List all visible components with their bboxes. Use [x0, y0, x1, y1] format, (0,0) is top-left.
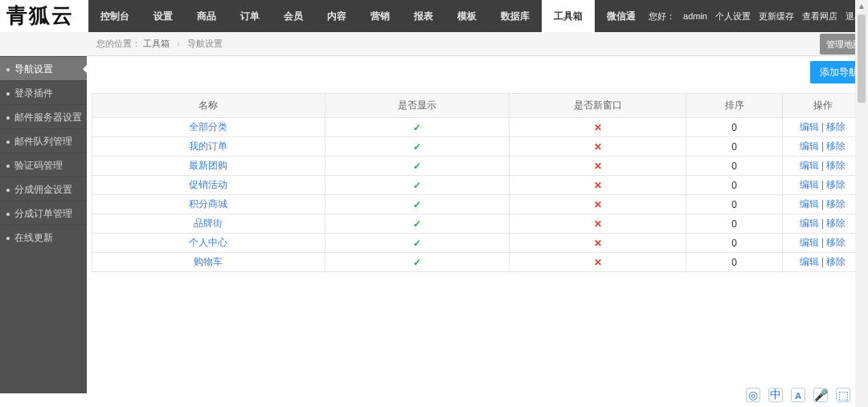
greeting: 您好：	[649, 10, 675, 22]
nav-item-11[interactable]: 微信通	[595, 0, 648, 32]
op-separator: |	[819, 140, 827, 152]
table-row: 最新团购✓✕0编辑 | 移除	[92, 157, 863, 176]
breadcrumb-2: 导航设置	[187, 39, 223, 48]
sidebar-item-4[interactable]: 验证码管理	[0, 153, 87, 177]
col-header-3: 排序	[686, 94, 783, 118]
ime-status-tray: ◎ 中 ᴀ 🎤 ⬚	[746, 388, 850, 402]
remove-button[interactable]: 移除	[826, 121, 845, 132]
scroll-thumb[interactable]	[858, 14, 866, 103]
sidebar-item-5[interactable]: 分成佣金设置	[0, 177, 87, 201]
table-row: 我的订单✓✕0编辑 | 移除	[92, 137, 863, 157]
sidebar-item-7[interactable]: 在线更新	[0, 225, 87, 249]
sidebar-item-1[interactable]: 登录插件	[0, 80, 87, 104]
table-row: 全部分类✓✕0编辑 | 移除	[92, 118, 863, 137]
nav-item-2[interactable]: 商品	[185, 0, 228, 32]
op-separator: |	[819, 121, 827, 132]
edit-button[interactable]: 编辑	[800, 198, 819, 210]
table-row: 促销活动✓✕0编辑 | 移除	[92, 176, 863, 195]
nav-item-4[interactable]: 会员	[272, 0, 315, 32]
user-name[interactable]: admin	[683, 11, 707, 21]
ime-icon-1[interactable]: 中	[768, 388, 783, 402]
row-name[interactable]: 我的订单	[189, 140, 227, 152]
nav-item-0[interactable]: 控制台	[88, 0, 141, 32]
sidebar-item-3[interactable]: 邮件队列管理	[0, 128, 87, 153]
breadcrumb: 您的位置： 工具箱 › 导航设置 管理地图	[0, 32, 868, 56]
sidebar-item-2[interactable]: 邮件服务器设置	[0, 104, 87, 128]
sort-value: 0	[686, 118, 783, 137]
mic-icon[interactable]: 🎤	[813, 388, 828, 402]
row-name[interactable]: 购物车	[194, 256, 223, 267]
remove-button[interactable]: 移除	[826, 256, 845, 267]
nav-item-1[interactable]: 设置	[141, 0, 185, 32]
row-name[interactable]: 全部分类	[189, 121, 227, 132]
sidebar-item-6[interactable]: 分成订单管理	[0, 201, 87, 225]
grid-icon[interactable]: ⬚	[836, 388, 850, 402]
cross-icon: ✕	[594, 180, 602, 191]
op-separator: |	[819, 179, 827, 190]
check-icon: ✓	[413, 199, 421, 210]
main-content: 添加导航 名称是否显示是否新窗口排序操作 全部分类✓✕0编辑 | 移除我的订单✓…	[87, 56, 868, 393]
nav-item-8[interactable]: 模板	[445, 0, 489, 32]
scrollbar[interactable]: ▲	[855, 0, 868, 407]
edit-button[interactable]: 编辑	[800, 140, 819, 152]
edit-button[interactable]: 编辑	[800, 160, 819, 171]
ime-icon-2[interactable]: ᴀ	[791, 388, 805, 402]
row-name[interactable]: 积分商城	[189, 198, 227, 210]
sort-value: 0	[686, 137, 783, 157]
cross-icon: ✕	[594, 257, 602, 268]
edit-button[interactable]: 编辑	[800, 218, 819, 229]
scroll-up-icon[interactable]: ▲	[855, 0, 868, 13]
edit-button[interactable]: 编辑	[800, 121, 819, 132]
sort-value: 0	[686, 234, 783, 253]
check-icon: ✓	[413, 257, 421, 268]
check-icon: ✓	[413, 141, 421, 153]
breadcrumb-1[interactable]: 工具箱	[143, 39, 170, 48]
nav-item-10[interactable]: 工具箱	[542, 0, 595, 32]
topright-link-0[interactable]: 个人设置	[715, 10, 751, 22]
topright-link-1[interactable]: 更新缓存	[759, 10, 794, 22]
remove-button[interactable]: 移除	[826, 140, 845, 152]
edit-button[interactable]: 编辑	[800, 237, 819, 248]
col-header-1: 是否显示	[325, 94, 510, 118]
ime-icon-0[interactable]: ◎	[746, 388, 760, 402]
col-header-4: 操作	[783, 94, 863, 118]
sort-value: 0	[686, 253, 783, 272]
cross-icon: ✕	[594, 161, 602, 172]
topright: 您好： admin 个人设置 更新缓存 查看网店 退出	[649, 0, 868, 32]
op-separator: |	[819, 160, 827, 171]
op-separator: |	[819, 256, 827, 267]
check-icon: ✓	[413, 122, 421, 133]
nav-item-9[interactable]: 数据库	[489, 0, 542, 32]
cross-icon: ✕	[594, 218, 602, 230]
cross-icon: ✕	[594, 141, 602, 153]
check-icon: ✓	[413, 161, 421, 172]
row-name[interactable]: 个人中心	[189, 237, 227, 248]
sidebar-item-0[interactable]: 导航设置	[0, 56, 87, 80]
table-head-row: 名称是否显示是否新窗口排序操作	[92, 94, 863, 118]
remove-button[interactable]: 移除	[826, 198, 845, 210]
edit-button[interactable]: 编辑	[800, 179, 819, 190]
col-header-0: 名称	[92, 94, 326, 118]
table-row: 个人中心✓✕0编辑 | 移除	[92, 234, 863, 253]
remove-button[interactable]: 移除	[826, 218, 845, 229]
remove-button[interactable]: 移除	[826, 160, 845, 171]
row-name[interactable]: 最新团购	[189, 160, 227, 171]
remove-button[interactable]: 移除	[826, 179, 845, 190]
row-name[interactable]: 品牌街	[194, 218, 223, 229]
nav-item-5[interactable]: 内容	[315, 0, 358, 32]
cross-icon: ✕	[594, 199, 602, 210]
nav-item-3[interactable]: 订单	[228, 0, 272, 32]
remove-button[interactable]: 移除	[826, 237, 845, 248]
cross-icon: ✕	[594, 122, 602, 133]
topright-link-2[interactable]: 查看网店	[802, 10, 837, 22]
nav-item-7[interactable]: 报表	[402, 0, 445, 32]
brand-logo: 青狐云	[0, 0, 88, 32]
chevron-right-icon: ›	[177, 39, 180, 48]
row-name[interactable]: 促销活动	[189, 179, 227, 190]
check-icon: ✓	[413, 218, 421, 230]
check-icon: ✓	[413, 238, 421, 249]
sort-value: 0	[686, 157, 783, 176]
edit-button[interactable]: 编辑	[800, 256, 819, 267]
breadcrumb-prefix: 您的位置：	[96, 39, 141, 48]
nav-item-6[interactable]: 营销	[358, 0, 402, 32]
